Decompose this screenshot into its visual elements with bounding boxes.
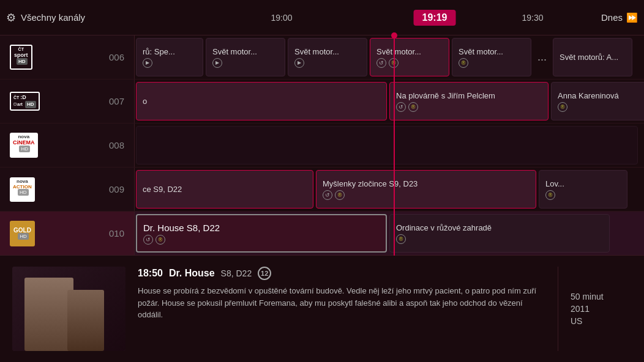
prog-cell-selected[interactable]: Dr. House S8, D22 ↺ ® xyxy=(136,214,387,253)
detail-time: 18:50 xyxy=(138,268,163,279)
channel-row-007: ČT:D ◻art HD 007 o Na plovárně s Jiřím P… xyxy=(0,79,644,124)
detail-country: US xyxy=(571,316,632,326)
prog-cell[interactable]: ce S9, D22 xyxy=(136,170,313,209)
channel-filter[interactable]: ⚙ Všechny kanály xyxy=(6,11,141,24)
channel-info-010[interactable]: nova GOLD HD 010 xyxy=(0,212,135,255)
dots-cell: ... xyxy=(533,51,552,64)
detail-meta: 50 minut 2011 US xyxy=(571,267,632,351)
dnes-button[interactable]: Dnes ⏩ xyxy=(601,12,638,23)
all-channels-label: Všechny kanály xyxy=(21,12,85,23)
detail-episode: S8, D22 xyxy=(221,268,252,278)
time-mark-1900: 19:00 xyxy=(271,13,292,23)
programs-007: o Na plovárně s Jiřím Pelclem ↺ ® Anna K… xyxy=(135,79,644,123)
channel-info-006[interactable]: ČT sport HD 006 xyxy=(0,35,135,79)
prog-cell[interactable]: Ordinace v růžové zahradě ® xyxy=(389,214,610,253)
ct-dart-logo: ČT:D ◻art HD xyxy=(10,92,40,110)
detail-duration: 50 minut xyxy=(571,292,632,301)
channel-num-009: 009 xyxy=(103,184,124,194)
prog-cell[interactable] xyxy=(136,126,638,164)
channel-row-010: nova GOLD HD 010 Dr. House S8, D22 ↺ ® O… xyxy=(0,212,644,256)
prog-cell[interactable]: Svět motor... ▶ xyxy=(288,38,367,76)
top-bar: ⚙ Všechny kanály 19:00 19:19 19:30 Dnes … xyxy=(0,0,644,35)
detail-thumbnail xyxy=(12,267,125,351)
nova-cinema-logo: nova CiNEMA HD xyxy=(10,133,38,158)
channel-num-007: 007 xyxy=(103,96,124,106)
filter-icon: ⚙ xyxy=(6,11,16,24)
channel-info-009[interactable]: nova ACTION HD 009 xyxy=(0,168,135,211)
channel-row-009: nova ACTION HD 009 ce S9, D22 Myšlenky z… xyxy=(0,168,644,212)
fast-forward-icon: ⏩ xyxy=(626,12,638,23)
nova-action-logo: nova ACTION HD xyxy=(10,177,35,202)
prog-cell[interactable]: Svět motorů: A... xyxy=(553,38,632,76)
channel-row-006: ČT sport HD 006 rů: Spe... ▶ Svět motor.… xyxy=(0,35,644,79)
channel-row-008: nova CiNEMA HD 008 xyxy=(0,124,644,168)
prog-cell[interactable]: Svět motor... ▶ xyxy=(206,38,285,76)
channel-info-007[interactable]: ČT:D ◻art HD 007 xyxy=(0,79,135,123)
programs-006: rů: Spe... ▶ Svět motor... ▶ Svět motor.… xyxy=(135,35,644,79)
current-time-line xyxy=(394,35,395,256)
prog-cell[interactable]: Myšlenky zločince S9, D23 ↺ ® xyxy=(316,170,536,209)
age-badge: 12 xyxy=(258,267,271,280)
dnes-label: Dnes xyxy=(601,12,623,23)
detail-panel: 18:50 Dr. House S8, D22 12 House se prob… xyxy=(0,255,644,362)
time-ruler: 19:00 19:19 19:30 xyxy=(141,0,595,35)
programs-008 xyxy=(135,124,644,167)
programs-010: Dr. House S8, D22 ↺ ® Ordinace v růžové … xyxy=(135,212,644,255)
prog-cell[interactable]: rů: Spe... ▶ xyxy=(136,38,203,76)
prog-cell[interactable]: o xyxy=(136,82,387,120)
channel-num-010: 010 xyxy=(103,228,124,238)
prog-cell[interactable]: Svět motor... ↺ ® xyxy=(370,38,449,76)
ct-sport-logo: ČT sport HD xyxy=(10,45,32,70)
channel-grid: ČT sport HD 006 rů: Spe... ▶ Svět motor.… xyxy=(0,35,644,256)
time-mark-1930: 19:30 xyxy=(522,13,543,23)
prog-cell[interactable]: Na plovárně s Jiřím Pelclem ↺ ® xyxy=(389,82,549,120)
channel-info-008[interactable]: nova CiNEMA HD 008 xyxy=(0,124,135,167)
detail-show: Dr. House xyxy=(169,268,215,279)
current-time-dot xyxy=(391,32,397,39)
nova-gold-logo: nova GOLD HD xyxy=(10,221,35,246)
detail-main: 18:50 Dr. House S8, D22 12 House se prob… xyxy=(138,267,558,351)
prog-cell[interactable]: Anna Kareninová ® xyxy=(551,82,644,120)
prog-cell[interactable]: Svět motor... ® xyxy=(452,38,531,76)
channel-num-006: 006 xyxy=(103,52,124,62)
channel-num-008: 008 xyxy=(103,140,124,150)
detail-description: House se probírá z bezvědomí v opuštěné … xyxy=(138,285,545,321)
programs-009: ce S9, D22 Myšlenky zločince S9, D23 ↺ ®… xyxy=(135,168,644,211)
detail-year: 2011 xyxy=(571,304,632,314)
prog-cell[interactable]: Lov... ® xyxy=(539,170,627,209)
detail-title-row: 18:50 Dr. House S8, D22 12 xyxy=(138,267,545,280)
current-time: 19:19 xyxy=(414,10,456,26)
